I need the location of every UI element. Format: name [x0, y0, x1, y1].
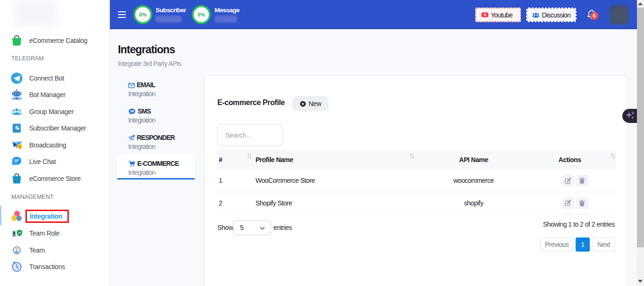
svg-text:SMS: SMS: [131, 110, 134, 113]
svg-text:1: 1: [18, 144, 21, 149]
